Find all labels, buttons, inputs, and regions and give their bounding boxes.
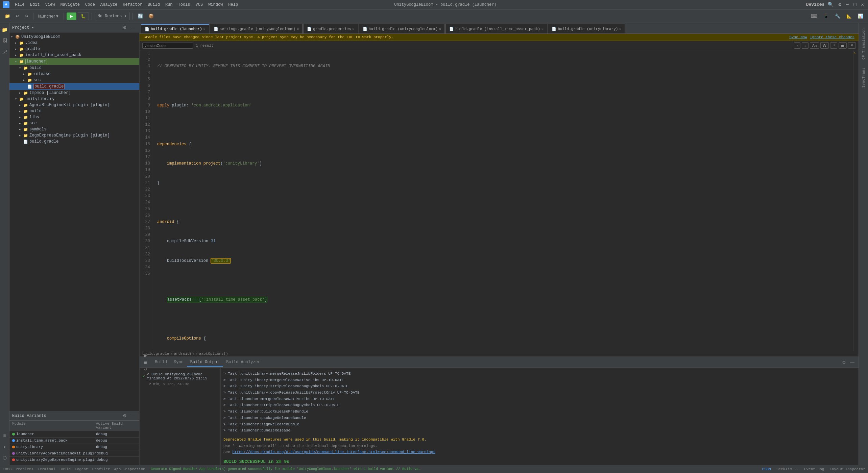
logcat-btn[interactable]: Logcat [75, 467, 88, 471]
menu-vcs[interactable]: VCS [193, 0, 206, 9]
tab-build-gradle-unity[interactable]: 📄 build.gradle (UnityGoogleBloom) ✕ [359, 24, 445, 33]
bv-variant-zego[interactable]: debug [97, 458, 137, 462]
bv-settings-btn[interactable]: ⚙ [121, 413, 128, 419]
tree-item-unity-library[interactable]: ▾ 📁 unityLibrary [9, 96, 139, 102]
build-tab-output[interactable]: Build Output [187, 358, 223, 367]
maximize-icon[interactable]: □ [852, 1, 858, 8]
terminal-btn-status[interactable]: Terminal [38, 467, 55, 471]
menu-help[interactable]: Help [225, 0, 241, 9]
tree-item-build-gradle[interactable]: 📄 build.gradle [9, 83, 139, 90]
bv-row-install-time[interactable]: install_time_asset_pack debug [9, 438, 139, 444]
menu-window[interactable]: Window [206, 0, 225, 9]
tree-item-install-time[interactable]: ▸ 📁 install_time_asset_pack [9, 52, 139, 58]
close-search-btn[interactable]: ✕ [848, 42, 856, 49]
bv-minimize-btn[interactable]: — [129, 413, 137, 419]
project-icon[interactable]: 📁 [0, 26, 9, 34]
bv-row-unity-library[interactable]: unityLibrary debug [9, 444, 139, 450]
code-editor[interactable]: 1 2 3 4 5 6 7 8 9 10 11 12 13 14 15 16 1… [140, 50, 859, 351]
csdn-label[interactable]: CSDN [762, 467, 771, 471]
tree-item-unity-build[interactable]: ▸ 📁 build [9, 108, 139, 114]
gradle-btn[interactable]: 📦 [146, 12, 156, 20]
search-input[interactable] [142, 43, 193, 49]
bv-variant-install-time[interactable]: debug [96, 439, 137, 443]
structure-icon[interactable]: ≡ [2, 432, 7, 440]
filter-results-btn[interactable]: ☰ [839, 42, 847, 49]
build-minimize-btn[interactable]: — [849, 359, 856, 366]
tab-close-2[interactable]: ✕ [297, 27, 299, 31]
build-btn-status[interactable]: Build [59, 467, 71, 471]
menu-refactor[interactable]: Refactor [120, 0, 145, 9]
build-settings-btn[interactable]: ⚙ [841, 359, 847, 366]
menu-file[interactable]: File [12, 0, 27, 9]
device-selector[interactable]: No Devices ▾ [95, 12, 130, 20]
sync-now-link[interactable]: Sync Now [789, 35, 807, 39]
close-icon[interactable]: ✕ [860, 1, 865, 8]
debug-button[interactable]: 🐛 [78, 12, 89, 20]
search-icon[interactable]: 🔍 [826, 1, 835, 8]
prev-result-btn[interactable]: ↑ [794, 42, 801, 49]
menu-edit[interactable]: Edit [27, 0, 43, 9]
regex-btn[interactable]: .* [830, 42, 837, 49]
deprecation-link[interactable]: https://docs.gradle.org/6.8/userguide/co… [232, 450, 435, 454]
menu-code[interactable]: Code [82, 0, 98, 9]
redo-btn[interactable]: ↪ [23, 12, 30, 20]
bv-row-agora[interactable]: unityLibraryAgoraRtcEngineKit.plugin deb… [9, 450, 139, 457]
minimize-panel-btn[interactable]: — [129, 24, 137, 31]
bv-row-zego[interactable]: unityLibraryZegoExpressEngine.plugin deb… [9, 457, 139, 463]
ignore-changes-link[interactable]: Ignore these changes [810, 35, 854, 39]
resource-manager-icon[interactable]: 🖼 [1, 37, 8, 45]
menu-build[interactable]: Build [145, 0, 163, 9]
avd-btn[interactable]: 📱 [821, 12, 831, 20]
build-stop-btn[interactable]: ⏹ [142, 360, 149, 365]
sdk-btn[interactable]: 🔧 [833, 12, 842, 20]
tab-build-gradle-library[interactable]: 📄 build.gradle (unityLibrary) ✕ [548, 24, 625, 33]
tab-build-gradle-install[interactable]: 📄 build.gradle (install_time_asset_pack)… [445, 24, 547, 33]
menu-navigate[interactable]: Navigate [57, 0, 82, 9]
build-scrollbar[interactable] [854, 368, 859, 465]
problems-btn[interactable]: Problems [16, 467, 33, 471]
tab-close-1[interactable]: ✕ [203, 27, 206, 31]
sync-btn[interactable]: 🔄 [136, 12, 145, 20]
match-case-btn[interactable]: Aa [810, 42, 819, 49]
tree-item-agora-plugin[interactable]: ▸ 📁 AgoraRtcEngineKit.plugin [plugin] [9, 102, 139, 108]
tree-item-libs[interactable]: ▸ 📁 libs [9, 114, 139, 120]
whole-word-btn[interactable]: W [820, 42, 828, 49]
code-content[interactable]: // GENERATED BY UNITY. REMOVE THIS COMME… [153, 50, 853, 351]
gear-icon-btn[interactable]: ⚙ [121, 24, 128, 31]
bv-variant-agora[interactable]: debug [97, 451, 137, 455]
terminal-btn[interactable]: ⌨ [809, 12, 819, 20]
bv-row-launcher[interactable]: launcher debug [9, 431, 139, 438]
tab-close-3[interactable]: ✕ [353, 27, 355, 31]
tree-item-symbols[interactable]: ▸ 📁 symbols [9, 126, 139, 132]
undo-btn[interactable]: ↩ [14, 12, 21, 20]
run-button[interactable]: ▶ [67, 13, 76, 20]
menu-analyze[interactable]: Analyze [98, 0, 120, 9]
tab-close-6[interactable]: ✕ [619, 27, 621, 31]
tree-item-launcher[interactable]: ▾ 📁 launcher [9, 58, 139, 65]
tree-item-build[interactable]: ▾ 📁 build [9, 65, 139, 71]
tree-item-tmpmob[interactable]: ▸ 📁 tmpmob [launcher] [9, 90, 139, 96]
layout-inspector-btn[interactable]: Layout Inspector [829, 467, 865, 471]
build-tab-sync[interactable]: Sync [170, 358, 187, 367]
app-inspection-btn[interactable]: App Inspection [114, 467, 145, 471]
tab-build-gradle-launcher[interactable]: 📄 build.gradle (launcher) ✕ [141, 24, 209, 33]
bv-variant-launcher[interactable]: debug [96, 432, 137, 436]
menu-tools[interactable]: Tools [175, 0, 193, 9]
tab-close-4[interactable]: ✕ [439, 27, 441, 31]
seektime-label[interactable]: SeekTim... [776, 467, 799, 471]
build-run-btn[interactable]: ▶ [143, 353, 148, 358]
tab-settings-gradle[interactable]: 📄 settings.gradle (UnityGoogleBloom) ✕ [210, 24, 303, 33]
breadcrumb-item-2[interactable]: android() [174, 352, 194, 356]
tab-close-5[interactable]: ✕ [541, 27, 544, 31]
git-icon[interactable]: ⎇ [1, 48, 9, 56]
tree-item-unity-build-gradle[interactable]: 📄 build.gradle [9, 139, 139, 145]
breadcrumb-item-3[interactable]: aaptOptions() [199, 352, 228, 356]
tree-item-zego-plugin[interactable]: ▸ 📁 ZegoExpressEngine.plugin [plugin] [9, 132, 139, 139]
todo-btn[interactable]: TODO [3, 467, 11, 471]
build-variants-side-icon[interactable]: ⬡ [1, 454, 8, 462]
settings-icon[interactable]: ⚙ [837, 1, 842, 8]
tab-gradle-properties[interactable]: 📄 gradle.properties ✕ [303, 24, 358, 33]
tree-item-idea[interactable]: ▸ 📁 .idea [9, 40, 139, 46]
favorites-icon[interactable]: ★ [2, 443, 7, 451]
minimize-icon[interactable]: ─ [845, 1, 850, 8]
